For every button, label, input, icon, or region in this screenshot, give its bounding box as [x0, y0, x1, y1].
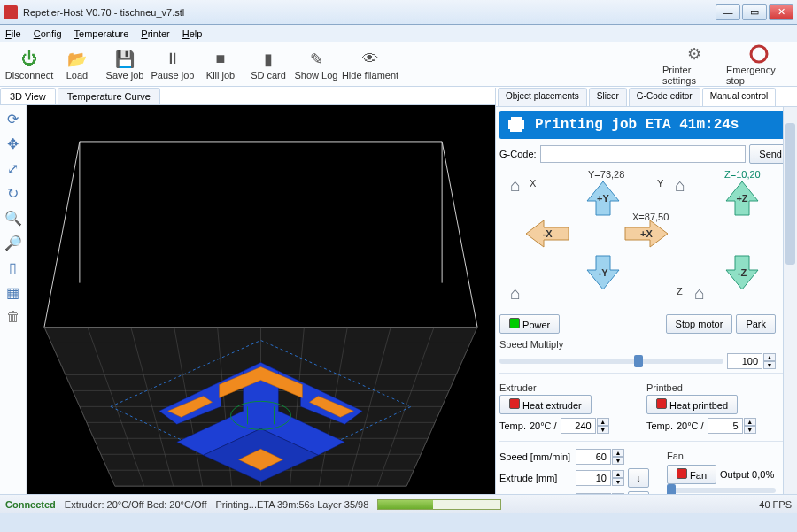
menu-printer[interactable]: Printer: [141, 28, 169, 39]
plus-z-button[interactable]: +Z: [723, 180, 762, 217]
refresh-icon[interactable]: ⟳: [4, 109, 23, 128]
pause-job-button[interactable]: ⏸Pause job: [149, 49, 197, 81]
tab-temperature-curve[interactable]: Temperature Curve: [58, 88, 160, 104]
svg-point-0: [751, 46, 767, 62]
x-axis-label: X: [530, 178, 536, 189]
y-axis-label: Y: [657, 178, 663, 189]
speed-value-input[interactable]: ▲▼: [727, 353, 776, 369]
load-button[interactable]: 📂Load: [53, 49, 101, 81]
status-fps: 40 FPS: [759, 499, 792, 510]
home-z-button[interactable]: ⌂: [689, 282, 710, 304]
bed-temp-current: 20°C /: [677, 420, 704, 431]
view-side-toolbar: ⟳ ✥ ⤢ ↻ 🔍 🔎 ▯ ▦ 🗑: [0, 105, 27, 494]
trash-icon[interactable]: 🗑: [4, 307, 23, 327]
speed-multiply-label: Speed Multiply: [499, 339, 792, 350]
move-icon[interactable]: ✥: [4, 134, 23, 153]
status-temps: Extruder: 20°C/Off Bed: 20°C/Off: [65, 499, 207, 510]
park-button[interactable]: Park: [736, 314, 776, 334]
extruder-temp-label: Temp.: [499, 420, 526, 431]
printer-settings-button[interactable]: ⚙Printer settings: [662, 43, 726, 86]
app-icon: [4, 5, 18, 19]
status-bar: Connected Extruder: 20°C/Off Bed: 20°C/O…: [0, 494, 797, 513]
disconnect-button[interactable]: ⏻Disconnect: [5, 49, 53, 81]
resize-icon[interactable]: ⤢: [4, 158, 23, 178]
right-tabs: Object placements Slicer G-Code editor M…: [496, 88, 797, 107]
fan-button[interactable]: Fan: [667, 465, 716, 484]
bed-temp-label: Temp.: [646, 420, 673, 431]
extruder-temp-current: 20°C /: [530, 420, 557, 431]
main-toolbar: ⏻Disconnect 📂Load 💾Save job ⏸Pause job ■…: [0, 42, 797, 87]
heat-extruder-button[interactable]: Heat extruder: [499, 395, 592, 414]
status-connected: Connected: [5, 499, 56, 510]
fan-title: Fan: [667, 451, 776, 461]
menu-config[interactable]: Config: [34, 28, 62, 39]
status-banner: Printing job ETA 41m:24s: [499, 111, 792, 139]
home-x-button[interactable]: ⌂: [505, 174, 526, 196]
svg-rect-27: [511, 117, 522, 122]
axis-controls: ⌂ X Y=73,28 Y ⌂ Z=10,20 +Y +Z X=87,50 -X: [499, 169, 792, 311]
speed-slider[interactable]: [499, 359, 723, 364]
left-pane: 3D View Temperature Curve ⟳ ✥ ⤢ ↻ 🔍 🔎 ▯ …: [0, 88, 496, 494]
power-button[interactable]: Power: [499, 314, 560, 334]
tab-manual-control[interactable]: Manual control: [702, 88, 777, 106]
status-progress-bar: [377, 499, 501, 510]
extrude-down-button[interactable]: ↓: [628, 468, 649, 488]
plus-x-button[interactable]: +X: [623, 219, 669, 249]
kill-job-button[interactable]: ■Kill job: [197, 49, 244, 81]
menu-file[interactable]: File: [5, 28, 21, 39]
speed-mm-label: Speed [mm/min]: [499, 451, 572, 462]
menu-temperature[interactable]: Temperature: [74, 28, 129, 39]
menubar: File Config Temperature Printer Help: [0, 25, 797, 42]
hide-filament-button[interactable]: 👁Hide filament: [340, 49, 400, 81]
gcode-input[interactable]: [540, 145, 747, 163]
extrude-mm-label: Extrude [mm]: [499, 473, 572, 483]
z-axis-label: Z: [677, 286, 683, 297]
emergency-stop-button[interactable]: Emergency stop: [726, 43, 792, 86]
printbed-title: Printbed: [646, 382, 776, 393]
home-y-button[interactable]: ⌂: [669, 174, 691, 196]
bed-temp-input[interactable]: ▲▼: [708, 418, 756, 434]
stop-motor-button[interactable]: Stop motor: [666, 314, 733, 334]
zoom-in-icon[interactable]: 🔍: [4, 208, 23, 227]
perspective-icon[interactable]: ▯: [4, 258, 23, 277]
extruder-temp-input[interactable]: ▲▼: [561, 418, 609, 434]
grid-icon[interactable]: ▦: [4, 282, 23, 302]
rotate-icon[interactable]: ↻: [4, 183, 23, 203]
save-job-button[interactable]: 💾Save job: [101, 49, 149, 81]
extruder-title: Extruder: [499, 382, 629, 393]
zoom-out-icon[interactable]: 🔎: [4, 233, 23, 252]
view-tabs: 3D View Temperature Curve: [0, 88, 495, 105]
main-content: 3D View Temperature Curve ⟳ ✥ ⤢ ↻ 🔍 🔎 ▯ …: [0, 87, 797, 494]
gcode-label: G-Code:: [499, 149, 537, 159]
minus-x-button[interactable]: -X: [524, 219, 570, 249]
tab-slicer[interactable]: Slicer: [589, 88, 627, 106]
right-pane: Object placements Slicer G-Code editor M…: [496, 88, 797, 494]
home-all-button[interactable]: ⌂: [505, 282, 526, 304]
minus-y-button[interactable]: -Y: [584, 254, 623, 291]
printer-icon: [507, 115, 526, 135]
status-printing: Printing...ETA 39m:56s Layer 35/98: [215, 499, 368, 510]
extrude-mm-input[interactable]: ▲▼: [576, 470, 624, 486]
minimize-button[interactable]: —: [716, 4, 740, 20]
heat-printbed-button[interactable]: Heat printbed: [646, 395, 738, 414]
retract-mm-input[interactable]: ▲▼: [576, 493, 624, 494]
speed-mm-input[interactable]: ▲▼: [576, 449, 624, 465]
tab-gcode-editor[interactable]: G-Code editor: [629, 88, 700, 106]
status-banner-text: Printing job ETA 41m:24s: [535, 117, 739, 133]
tab-object-placements[interactable]: Object placements: [498, 88, 587, 106]
3d-viewport[interactable]: [27, 105, 495, 494]
y-coord-value: Y=73,28: [588, 169, 624, 180]
menu-help[interactable]: Help: [182, 28, 203, 39]
minus-z-button[interactable]: -Z: [723, 254, 762, 291]
fan-output-label: Output 0,0%: [720, 469, 774, 480]
show-log-button[interactable]: ✎Show Log: [292, 49, 340, 81]
close-button[interactable]: ✕: [769, 4, 793, 20]
tab-3d-view[interactable]: 3D View: [0, 88, 56, 104]
plus-y-button[interactable]: +Y: [584, 180, 623, 217]
sd-card-button[interactable]: ▮SD card: [244, 49, 292, 81]
window-titlebar: Repetier-Host V0.70 - tischneu_v7.stl — …: [0, 0, 797, 25]
svg-rect-28: [510, 129, 522, 132]
maximize-button[interactable]: ▭: [742, 4, 767, 20]
retract-up-button[interactable]: ↑: [628, 491, 649, 494]
fan-slider[interactable]: [667, 488, 776, 493]
